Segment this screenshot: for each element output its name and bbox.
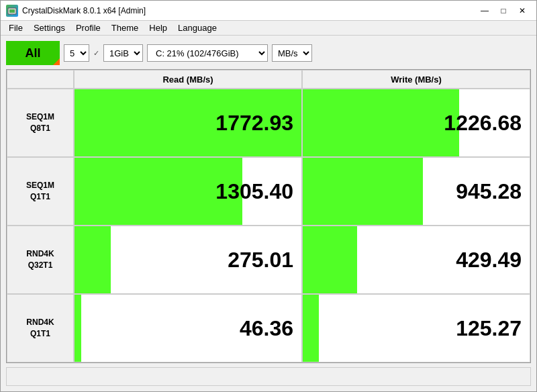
window-title: CrystalDiskMark 8.0.1 x64 [Admin] (22, 6, 476, 15)
menu-profile[interactable]: Profile (70, 21, 106, 35)
row-label-2: RND4KQ32T1 (7, 226, 74, 294)
row-label-3: RND4KQ1T1 (7, 294, 74, 362)
read-cell-3: 46.36 (74, 294, 302, 362)
menu-theme[interactable]: Theme (106, 21, 144, 35)
close-button[interactable]: ✕ (514, 4, 531, 17)
header-read: Read (MB/s) (74, 70, 302, 89)
size-select[interactable]: 1GiB (103, 44, 143, 62)
menu-file[interactable]: File (3, 21, 28, 35)
status-bar (6, 367, 531, 386)
maximize-button[interactable]: □ (495, 4, 512, 17)
svg-rect-1 (9, 9, 15, 13)
menu-bar: File Settings Profile Theme Help Languag… (1, 21, 536, 36)
write-cell-2: 429.49 (302, 226, 530, 294)
main-window: CrystalDiskMark 8.0.1 x64 [Admin] — □ ✕ … (0, 0, 537, 392)
read-cell-2: 275.01 (74, 226, 302, 294)
svg-point-2 (11, 13, 13, 15)
app-icon (6, 5, 18, 17)
read-cell-1: 1305.40 (74, 157, 302, 226)
row-label-1: SEQ1MQ1T1 (7, 157, 74, 226)
menu-settings[interactable]: Settings (28, 21, 70, 35)
unit-select[interactable]: MB/s (272, 44, 312, 62)
results-table: Read (MB/s) Write (MB/s) SEQ1MQ8T1 1772.… (6, 69, 531, 363)
read-cell-0: 1772.93 (74, 89, 302, 157)
menu-language[interactable]: Language (173, 21, 222, 35)
header-write: Write (MB/s) (302, 70, 530, 89)
menu-help[interactable]: Help (144, 21, 173, 35)
minimize-button[interactable]: — (476, 4, 493, 17)
row-label-0: SEQ1MQ8T1 (7, 89, 74, 157)
header-empty (7, 70, 74, 89)
all-button[interactable]: All (6, 41, 60, 65)
write-cell-0: 1226.68 (302, 89, 530, 157)
write-cell-3: 125.27 (302, 294, 530, 362)
drive-select[interactable]: C: 21% (102/476GiB) (147, 44, 268, 62)
controls-row: All 5 ✓ 1GiB C: 21% (102/476GiB) MB/s (6, 41, 531, 65)
main-content: All 5 ✓ 1GiB C: 21% (102/476GiB) MB/s Re… (1, 36, 536, 391)
runs-select[interactable]: 5 (64, 44, 89, 62)
title-bar: CrystalDiskMark 8.0.1 x64 [Admin] — □ ✕ (1, 1, 536, 21)
runs-label: ✓ (93, 49, 99, 58)
write-cell-1: 945.28 (302, 157, 530, 226)
window-controls: — □ ✕ (476, 4, 531, 17)
